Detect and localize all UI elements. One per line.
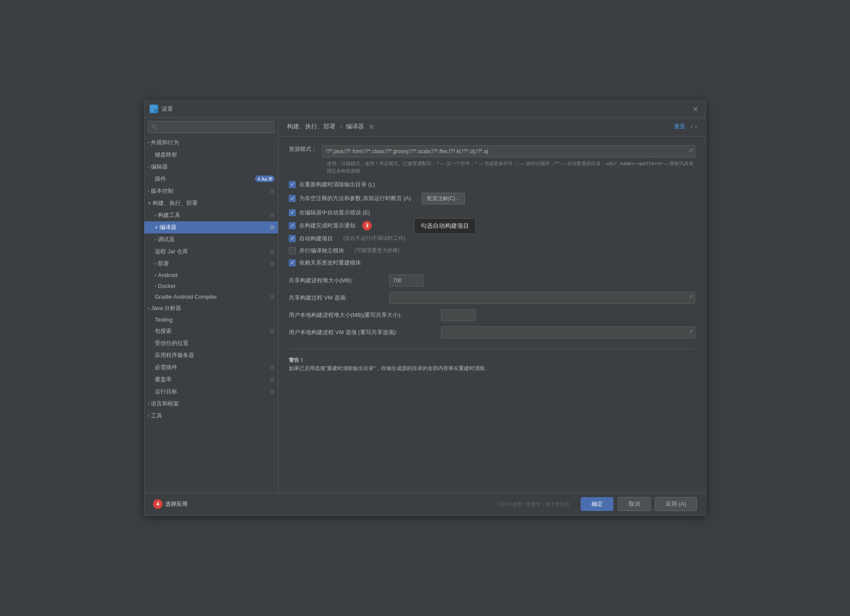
close-button[interactable]: ✕	[690, 104, 700, 114]
sidebar-item-label: 必需插件	[155, 364, 177, 371]
sidebar-item-plugins[interactable]: 插件 4 Aa ⊞	[144, 173, 278, 185]
sidebar-item-trusted[interactable]: 受信任的位置	[144, 337, 278, 349]
cancel-button[interactable]: 取消	[618, 497, 651, 511]
breadcrumb: 构建、执行、部署 › 编译器 ⊞	[287, 123, 674, 131]
ext-icon: ⊞	[270, 388, 275, 395]
checkbox-show-notify-label: 在构建完成时显示通知	[299, 222, 355, 230]
breadcrumb-part2: 编译器	[346, 123, 364, 130]
expand-icon[interactable]: ⤢	[689, 147, 693, 153]
sidebar-item-deploy[interactable]: › 部署 ⊞	[144, 258, 278, 270]
ext-icon: ⊞	[270, 248, 275, 255]
sidebar-item-run-target[interactable]: 运行目标 ⊞	[144, 386, 278, 398]
checkbox-show-errors-label: 在编辑器中自动显示错误 (E)	[299, 209, 370, 217]
reset-button[interactable]: 重置	[674, 123, 685, 131]
apply-note: 选择应用	[165, 500, 188, 508]
svg-rect-1	[154, 106, 157, 109]
sidebar-item-label: 编译器	[160, 223, 176, 231]
sidebar-item-debugger[interactable]: › 调试器	[144, 233, 278, 246]
arrow-icon: ›	[148, 140, 149, 145]
svg-point-4	[153, 124, 156, 128]
sidebar-item-vcs[interactable]: › 版本控制 ⊞	[144, 185, 278, 197]
ext-icon: ⊞	[270, 376, 275, 383]
breadcrumb-part1: 构建、执行、部署	[287, 123, 336, 130]
svg-rect-2	[151, 109, 153, 112]
sidebar-item-label: Testing	[155, 316, 173, 323]
sidebar-item-app-servers[interactable]: 应用程序服务器	[144, 349, 278, 361]
sidebar-item-label: 覆盖率	[155, 376, 172, 383]
arrow-icon: ›	[155, 273, 156, 278]
sidebar-item-required-plugins[interactable]: 必需插件 ⊞	[144, 361, 278, 373]
checkbox-assert[interactable]	[289, 195, 296, 202]
sidebar-item-label: 工具	[151, 412, 162, 420]
vm-options-row: 共享构建过程 VM 选项: ⤢	[289, 292, 695, 304]
checkbox-assert-label: 为非空注释的方法和参数,添加运行时断言 (A)	[299, 195, 411, 202]
user-heap-input[interactable]	[441, 309, 476, 321]
settings-dialog: 设置 ✕ › 外观和行为 键盘映射 › 编辑器	[144, 101, 706, 516]
checkbox-show-notify[interactable]	[289, 222, 296, 229]
checkbox-parallel[interactable]	[289, 247, 296, 254]
auto-build-note: (仅在不运行/不调试时工作)	[343, 235, 405, 242]
ext-icon: ⊞	[270, 188, 275, 194]
user-vm-expand-icon[interactable]: ⤢	[689, 328, 693, 335]
sidebar-item-lang-framework[interactable]: › 语言和框架	[144, 398, 278, 410]
sidebar-item-gradle-android[interactable]: Gradle-Android Compiler ⊞	[144, 291, 278, 302]
warning-section: 警告！ 如果已启用选项"重建时清除输出目录"，存储生成源的目录的全部内容将在重建…	[289, 349, 695, 373]
app-icon	[150, 105, 158, 113]
vm-expand-icon[interactable]: ⤢	[689, 294, 693, 300]
checkbox-rebuild[interactable]	[289, 259, 296, 266]
sidebar-item-android[interactable]: › Android	[144, 270, 278, 281]
ext-icon: ⊞	[270, 212, 275, 218]
sidebar-item-tools[interactable]: › 工具	[144, 410, 278, 422]
ext-icon: ⊞	[270, 364, 275, 370]
parallel-note: (可能需要更大的堆)	[355, 247, 399, 254]
nav-back-button[interactable]: ‹	[690, 123, 693, 131]
titlebar: 设置 ✕	[144, 101, 706, 118]
nav-forward-button[interactable]: ›	[695, 123, 697, 131]
configure-annotations-button[interactable]: 配置注解(C)...	[422, 193, 465, 204]
ext-icon: ⊞	[270, 260, 275, 267]
sidebar-item-coverage[interactable]: 覆盖率 ⊞	[144, 373, 278, 386]
sidebar-item-remote-jar[interactable]: 远程 Jar 仓库 ⊞	[144, 246, 278, 258]
sidebar-item-package-search[interactable]: 包搜索 ⊞	[144, 325, 278, 337]
warning-text: 警告！ 如果已启用选项"重建时清除输出目录"，存储生成源的目录的全部内容将在重建…	[289, 356, 695, 373]
apply-button[interactable]: 应用 (A)	[655, 497, 697, 511]
search-icon	[152, 124, 158, 130]
arrow-icon: ∨	[155, 225, 158, 230]
sidebar-item-label: 构建、执行、部署	[153, 199, 198, 207]
dialog-title: 设置	[162, 105, 173, 113]
sidebar-item-label: 键盘映射	[155, 151, 177, 159]
sidebar-item-label: Java 分析器	[151, 304, 181, 312]
resource-input[interactable]	[322, 145, 695, 157]
heap-size-row: 共享构建进程堆大小(MB):	[289, 274, 695, 287]
sidebar-item-testing[interactable]: Testing	[144, 314, 278, 325]
sidebar-item-compiler[interactable]: ∨ 编译器 ⊞	[144, 221, 278, 233]
breadcrumb-separator: ›	[340, 123, 344, 130]
sidebar-item-build-tools[interactable]: › 构建工具 ⊞	[144, 209, 278, 221]
svg-line-5	[156, 128, 157, 130]
checkbox-row-notify-container: 在构建完成时显示通知 3 勾选自动构建项目	[289, 221, 695, 230]
sidebar-item-build[interactable]: ∨ 构建、执行、部署	[144, 197, 278, 209]
main-header: 构建、执行、部署 › 编译器 ⊞ 重置 ‹ ›	[278, 118, 706, 137]
checkbox-clear-output[interactable]	[289, 181, 296, 188]
resource-hint: 使用；分隔模式，使用！求反模式。已接受通配符：? — 仅一个符号；* — 无或更…	[326, 160, 695, 175]
checkbox-row-show-errors: 在编辑器中自动显示错误 (E)	[289, 209, 695, 217]
sidebar-item-label: 编辑器	[151, 163, 168, 171]
sidebar-item-editor[interactable]: › 编辑器	[144, 161, 278, 173]
heap-input[interactable]	[389, 274, 424, 287]
checkbox-auto-build[interactable]	[289, 235, 296, 242]
arrow-icon: ›	[155, 213, 156, 217]
user-vm-row: 用户本地构建进程 VM 选项 (重写共享选项): ⤢	[289, 326, 695, 338]
checkbox-show-errors[interactable]	[289, 209, 296, 216]
sidebar-item-keymap[interactable]: 键盘映射	[144, 149, 278, 161]
sidebar-item-java-analyzer[interactable]: › Java 分析器	[144, 302, 278, 314]
vm-options-input[interactable]	[389, 292, 695, 304]
svg-rect-3	[154, 109, 157, 112]
ok-button[interactable]: 确定	[581, 497, 614, 511]
search-box[interactable]	[148, 121, 275, 133]
user-vm-input[interactable]	[441, 326, 695, 338]
sidebar-item-appearance[interactable]: › 外观和行为	[144, 137, 278, 149]
sidebar-item-docker[interactable]: › Docker	[144, 281, 278, 291]
arrow-icon: ∨	[148, 201, 151, 205]
arrow-icon: ›	[148, 306, 149, 310]
user-vm-label: 用户本地构建进程 VM 选项 (重写共享选项):	[289, 329, 436, 336]
